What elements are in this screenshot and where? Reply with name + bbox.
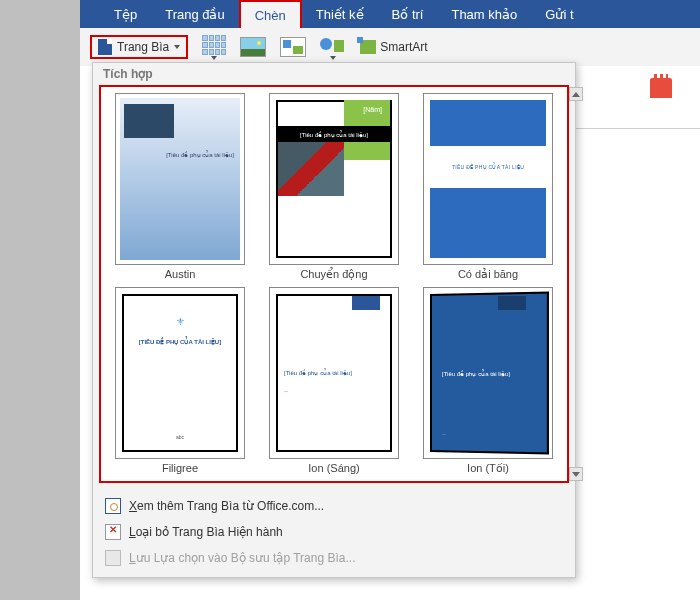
template-ionsang[interactable]: [Tiêu đề phụ của tài liệu] — Ion (Sáng)	[259, 287, 409, 475]
pictures-button[interactable]	[240, 37, 266, 57]
template-austin[interactable]: [Tiêu đề phụ của tài liệu] Austin	[105, 93, 255, 281]
template-label: Có dải băng	[458, 268, 518, 281]
smartart-button[interactable]: SmartArt	[360, 40, 427, 54]
template-thumb: [Năm] [Tiêu đề phụ của tài liệu]	[269, 93, 399, 265]
shapes-icon	[320, 35, 346, 55]
cover-page-button[interactable]: Trang Bìa	[90, 35, 188, 59]
tab-botri[interactable]: Bố trí	[378, 0, 438, 28]
template-codaibang[interactable]: TIÊU ĐỀ PHỤ CỦA TÀI LIỆU Có dải băng	[413, 93, 563, 281]
template-label: Filigree	[162, 462, 198, 474]
remove-cover-menuitem[interactable]: Loại bỏ Trang Bìa Hiện hành	[93, 519, 575, 545]
more-from-office-menuitem[interactable]: Xem thêm Trang Bìa từ Office.com...	[93, 493, 575, 519]
table-icon	[202, 35, 226, 55]
template-filigree[interactable]: ⚜ [TIÊU ĐỀ PHỤ CỦA TÀI LIỆU] abc Filigre…	[105, 287, 255, 475]
template-thumb: ⚜ [TIÊU ĐỀ PHỤ CỦA TÀI LIỆU] abc	[115, 287, 245, 459]
remove-icon	[105, 524, 121, 540]
template-thumb: [Tiêu đề phụ của tài liệu]	[115, 93, 245, 265]
smartart-icon	[360, 40, 376, 54]
smartart-label: SmartArt	[380, 40, 427, 54]
save-icon	[105, 550, 121, 566]
template-label: Ion (Tối)	[467, 462, 509, 475]
app-window: Tệp Trang đầu Chèn Thiết kế Bố trí Tham …	[80, 0, 700, 600]
tab-tep[interactable]: Tệp	[100, 0, 151, 28]
dropdown-section-label: Tích hợp	[93, 63, 575, 81]
cover-page-label: Trang Bìa	[117, 40, 169, 54]
template-thumb: [Tiêu đề phụ của tài liệu] —	[423, 287, 553, 459]
page-icon	[98, 39, 112, 55]
tab-chen[interactable]: Chèn	[239, 0, 302, 28]
gallery-scrollbar	[569, 87, 583, 481]
store-icon[interactable]	[650, 78, 672, 98]
tab-trangdau[interactable]: Trang đầu	[151, 0, 239, 28]
ribbon-toolbar: Trang Bìa SmartArt	[80, 28, 700, 66]
menuitem-label: Loại bỏ Trang Bìa Hiện hành	[129, 525, 283, 539]
menuitem-label: Xem thêm Trang Bìa từ Office.com...	[129, 499, 324, 513]
template-label: Chuyển động	[300, 268, 367, 281]
table-button[interactable]	[202, 35, 226, 60]
template-chuyendong[interactable]: [Năm] [Tiêu đề phụ của tài liệu] Chuyển …	[259, 93, 409, 281]
template-thumb: TIÊU ĐỀ PHỤ CỦA TÀI LIỆU	[423, 93, 553, 265]
scroll-up-button[interactable]	[569, 87, 583, 101]
chevron-down-icon	[211, 56, 217, 60]
template-gallery: [Tiêu đề phụ của tài liệu] Austin [Năm] …	[99, 85, 569, 483]
chevron-down-icon	[572, 472, 580, 477]
picture-icon	[240, 37, 266, 57]
template-label: Austin	[165, 268, 196, 280]
template-iontoi[interactable]: [Tiêu đề phụ của tài liệu] — Ion (Tối)	[413, 287, 563, 475]
ribbon-tabs: Tệp Trang đầu Chèn Thiết kế Bố trí Tham …	[80, 0, 700, 28]
template-label: Ion (Sáng)	[308, 462, 359, 474]
template-thumb: [Tiêu đề phụ của tài liệu] —	[269, 287, 399, 459]
menuitem-label: Lưu Lựa chọn vào Bộ sưu tập Trang Bìa...	[129, 551, 355, 565]
scroll-down-button[interactable]	[569, 467, 583, 481]
online-pictures-button[interactable]	[280, 37, 306, 57]
chevron-down-icon	[174, 45, 180, 49]
chevron-up-icon	[572, 92, 580, 97]
chevron-down-icon	[330, 56, 336, 60]
cover-page-dropdown: Tích hợp [Tiêu đề phụ của tài liệu] Aust…	[92, 62, 576, 578]
shapes-button[interactable]	[320, 35, 346, 60]
tab-guit[interactable]: Gửi t	[531, 0, 587, 28]
search-icon	[105, 498, 121, 514]
tab-thamkhao[interactable]: Tham khảo	[437, 0, 531, 28]
online-picture-icon	[280, 37, 306, 57]
tab-thietke[interactable]: Thiết kế	[302, 0, 378, 28]
save-selection-menuitem: Lưu Lựa chọn vào Bộ sưu tập Trang Bìa...	[93, 545, 575, 571]
dropdown-footer: Xem thêm Trang Bìa từ Office.com... Loại…	[93, 487, 575, 577]
